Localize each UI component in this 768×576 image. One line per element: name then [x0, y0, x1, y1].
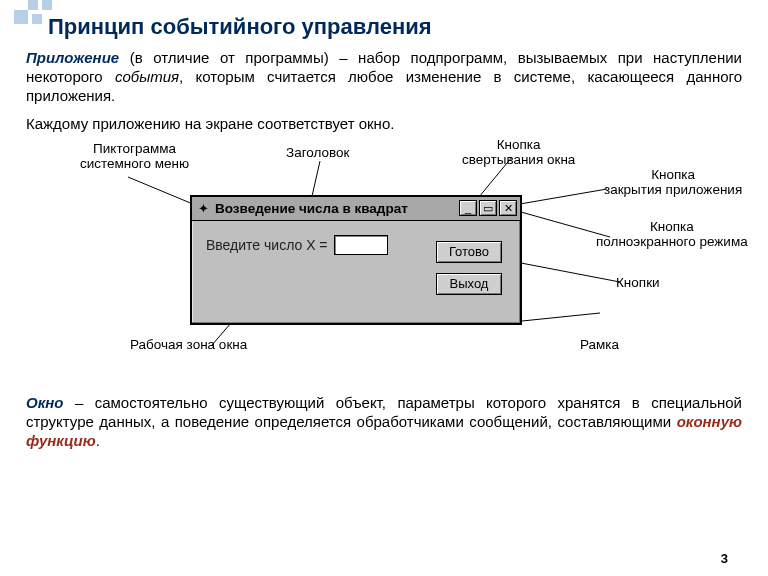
svg-line-3 [514, 189, 607, 205]
window-diagram: Пиктограммасистемного меню Заголовок Кно… [0, 137, 768, 385]
svg-line-6 [522, 313, 600, 321]
label-close: Кнопказакрытия приложения [604, 167, 742, 198]
minimize-button[interactable]: _ [459, 200, 477, 216]
label-title: Заголовок [286, 145, 349, 161]
maximize-button[interactable]: ▭ [479, 200, 497, 216]
label-buttons: Кнопки [616, 275, 660, 291]
term-application: Приложение [26, 49, 119, 66]
page-title: Принцип событийного управления [48, 14, 768, 40]
label-minimize: Кнопкасвертывания окна [462, 137, 575, 168]
number-input[interactable] [334, 235, 388, 255]
prompt-label: Введите число X = [206, 237, 328, 253]
system-menu-icon[interactable]: ✦ [195, 200, 211, 216]
mock-window-title: Возведение числа в квадрат [215, 201, 408, 216]
ready-button[interactable]: Готово [436, 241, 502, 263]
term-window: Окно [26, 394, 64, 411]
exit-button[interactable]: Выход [436, 273, 502, 295]
mock-titlebar: ✦ Возведение числа в квадрат _ ▭ ✕ [192, 197, 520, 221]
label-sysmenu-icon: Пиктограммасистемного меню [80, 141, 189, 172]
mock-window: ✦ Возведение числа в квадрат _ ▭ ✕ Введи… [190, 195, 522, 325]
label-frame: Рамка [580, 337, 619, 353]
close-button[interactable]: ✕ [499, 200, 517, 216]
page-number: 3 [721, 551, 728, 566]
mock-client-area: Введите число X = Готово Выход [192, 221, 520, 323]
label-maximize: Кнопкаполноэкранного режима [596, 219, 748, 250]
paragraph-1: Приложение (в отличие от программы) – на… [26, 48, 742, 106]
paragraph-2: Каждому приложению на экране соответству… [26, 114, 742, 133]
label-workarea: Рабочая зона окна [130, 337, 247, 353]
paragraph-3: Окно – самостоятельно существующий объек… [26, 393, 742, 451]
term-event: события [115, 68, 179, 85]
